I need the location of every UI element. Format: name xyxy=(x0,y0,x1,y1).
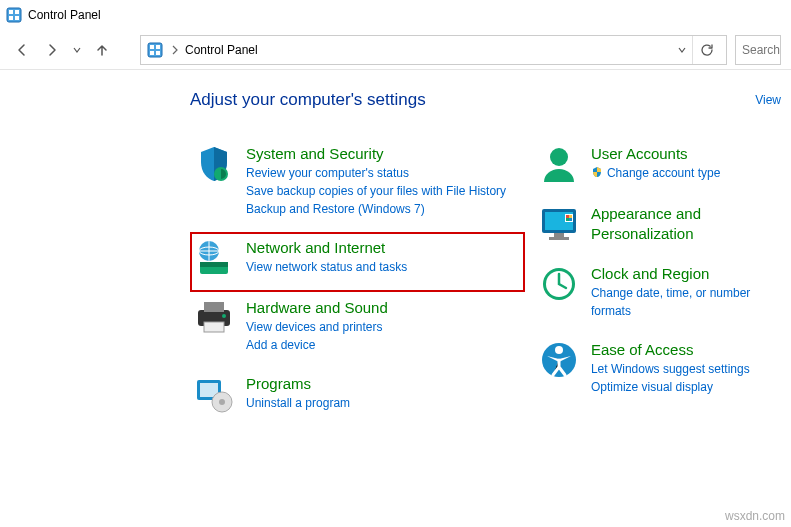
category-clock-region: Clock and Region Change date, time, or n… xyxy=(535,258,791,334)
link-change-date-time[interactable]: Change date, time, or number formats xyxy=(591,284,787,320)
svg-rect-17 xyxy=(204,322,224,332)
content-area: Adjust your computer's settings View Sys… xyxy=(0,70,791,428)
category-title-system-security[interactable]: System and Security xyxy=(246,144,521,164)
link-suggest-settings[interactable]: Let Windows suggest settings xyxy=(591,360,787,378)
svg-rect-3 xyxy=(9,16,13,20)
svg-rect-32 xyxy=(569,218,572,221)
user-icon xyxy=(539,144,579,184)
printer-icon xyxy=(194,298,234,338)
forward-button[interactable] xyxy=(40,38,64,62)
clock-icon xyxy=(539,264,579,304)
recent-locations-dropdown[interactable] xyxy=(70,38,84,62)
addressbar-dropdown[interactable] xyxy=(672,45,692,55)
addressbar-control-panel-icon xyxy=(147,42,163,58)
category-title-ease[interactable]: Ease of Access xyxy=(591,340,787,360)
category-title-clock[interactable]: Clock and Region xyxy=(591,264,787,284)
svg-rect-26 xyxy=(554,233,564,237)
category-programs: Programs Uninstall a program xyxy=(190,368,525,428)
heading-row: Adjust your computer's settings View xyxy=(190,90,791,110)
svg-rect-7 xyxy=(156,45,160,49)
category-hardware-sound: Hardware and Sound View devices and prin… xyxy=(190,292,525,368)
category-system-security: System and Security Review your computer… xyxy=(190,138,525,232)
category-title-user-accounts[interactable]: User Accounts xyxy=(591,144,787,164)
shield-small-icon xyxy=(591,166,603,181)
svg-point-36 xyxy=(555,346,563,354)
svg-point-18 xyxy=(222,314,226,318)
svg-point-23 xyxy=(550,148,568,166)
link-file-history[interactable]: Save backup copies of your files with Fi… xyxy=(246,182,521,200)
svg-point-22 xyxy=(219,399,225,405)
svg-rect-4 xyxy=(15,16,19,20)
svg-rect-31 xyxy=(566,218,569,221)
monitor-icon xyxy=(539,204,579,244)
categories-column-left: System and Security Review your computer… xyxy=(190,138,535,428)
page-heading: Adjust your computer's settings xyxy=(190,90,426,110)
link-uninstall-program[interactable]: Uninstall a program xyxy=(246,394,521,412)
view-by-link[interactable]: View xyxy=(755,93,781,107)
watermark: wsxdn.com xyxy=(725,509,785,523)
categories-columns: System and Security Review your computer… xyxy=(190,138,791,428)
ease-of-access-icon xyxy=(539,340,579,380)
svg-rect-1 xyxy=(9,10,13,14)
link-network-status[interactable]: View network status and tasks xyxy=(246,258,521,276)
network-icon xyxy=(194,238,234,278)
toolbar: Control Panel Search xyxy=(0,30,791,70)
back-button[interactable] xyxy=(10,38,34,62)
chevron-right-icon[interactable] xyxy=(169,45,181,55)
control-panel-icon xyxy=(6,7,22,23)
category-title-programs[interactable]: Programs xyxy=(246,374,521,394)
svg-rect-9 xyxy=(156,51,160,55)
svg-rect-27 xyxy=(549,237,569,240)
link-view-devices[interactable]: View devices and printers xyxy=(246,318,521,336)
breadcrumb-control-panel[interactable]: Control Panel xyxy=(181,43,262,57)
search-placeholder: Search xyxy=(742,43,780,57)
category-network-internet: Network and Internet View network status… xyxy=(190,232,525,292)
link-backup-restore[interactable]: Backup and Restore (Windows 7) xyxy=(246,200,521,218)
up-button[interactable] xyxy=(90,38,114,62)
category-title-hardware[interactable]: Hardware and Sound xyxy=(246,298,521,318)
svg-rect-2 xyxy=(15,10,19,14)
category-ease-of-access: Ease of Access Let Windows suggest setti… xyxy=(535,334,791,410)
titlebar: Control Panel xyxy=(0,0,791,30)
category-title-network[interactable]: Network and Internet xyxy=(246,238,521,258)
svg-rect-29 xyxy=(566,215,569,218)
category-user-accounts: User Accounts Change account type xyxy=(535,138,791,198)
refresh-button[interactable] xyxy=(692,36,720,64)
link-change-account-type[interactable]: Change account type xyxy=(607,164,720,182)
link-review-computer-status[interactable]: Review your computer's status xyxy=(246,164,521,182)
svg-rect-6 xyxy=(150,45,154,49)
shield-icon xyxy=(194,144,234,184)
svg-rect-16 xyxy=(204,302,224,312)
categories-column-right: User Accounts Change account type Appear… xyxy=(535,138,791,428)
link-optimize-display[interactable]: Optimize visual display xyxy=(591,378,787,396)
address-bar[interactable]: Control Panel xyxy=(140,35,727,65)
category-appearance: Appearance and Personalization xyxy=(535,198,791,258)
category-title-appearance[interactable]: Appearance and Personalization xyxy=(591,204,787,244)
programs-icon xyxy=(194,374,234,414)
svg-rect-30 xyxy=(569,215,572,218)
search-input[interactable]: Search xyxy=(735,35,781,65)
svg-rect-14 xyxy=(200,262,228,267)
window-title: Control Panel xyxy=(28,8,101,22)
svg-rect-8 xyxy=(150,51,154,55)
link-add-device[interactable]: Add a device xyxy=(246,336,521,354)
